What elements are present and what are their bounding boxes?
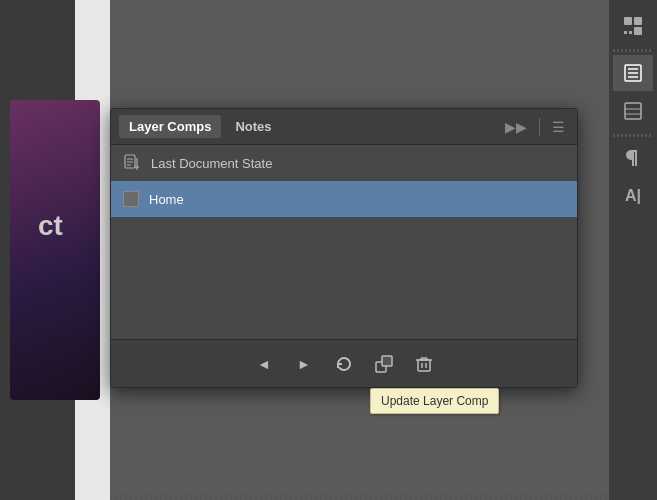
next-comp-button[interactable]: ►: [288, 350, 320, 378]
doc-state-icon: [123, 154, 141, 172]
tab-notes[interactable]: Notes: [225, 115, 281, 138]
list-item-last-doc-state[interactable]: Last Document State: [111, 145, 577, 181]
home-label: Home: [149, 192, 184, 207]
layer-comps-panel: Layer Comps Notes ▶▶ ☰ Last Document Sta…: [110, 108, 578, 388]
svg-rect-20: [418, 360, 430, 371]
bg-card: [10, 100, 100, 400]
delete-comp-button[interactable]: [408, 350, 440, 378]
text-icon[interactable]: A|: [613, 178, 653, 214]
svg-rect-3: [624, 31, 627, 34]
update-layer-comp-tooltip: Update Layer Comp: [370, 388, 499, 414]
tab-layer-comps[interactable]: Layer Comps: [119, 115, 221, 138]
list-item-home[interactable]: Home: [111, 181, 577, 217]
header-separator: [539, 118, 540, 136]
panel-header: Layer Comps Notes ▶▶ ☰: [111, 109, 577, 145]
layers-icon[interactable]: [613, 93, 653, 129]
apply-comp-button[interactable]: [368, 350, 400, 378]
update-comp-button[interactable]: [328, 350, 360, 378]
svg-rect-9: [625, 103, 641, 119]
svg-rect-2: [634, 27, 642, 35]
doc-list-icon[interactable]: [613, 55, 653, 91]
home-thumbnail: [123, 191, 139, 207]
grid-icon[interactable]: [613, 8, 653, 44]
ct-label: ct: [38, 210, 63, 242]
right-sidebar: A|: [609, 0, 657, 500]
last-doc-state-label: Last Document State: [151, 156, 272, 171]
paragraph-icon[interactable]: [613, 140, 653, 176]
forward-arrows-icon[interactable]: ▶▶: [501, 117, 531, 137]
bottom-texture-strip: [110, 494, 610, 500]
prev-comp-button[interactable]: ◄: [248, 350, 280, 378]
svg-rect-1: [634, 17, 642, 25]
sidebar-divider-1: [613, 49, 653, 52]
sidebar-divider-2: [613, 134, 653, 137]
panel-menu-icon[interactable]: ☰: [548, 117, 569, 137]
svg-rect-19: [382, 356, 392, 366]
svg-rect-0: [624, 17, 632, 25]
panel-footer: ◄ ►: [111, 339, 577, 387]
panel-body: Last Document State Home: [111, 145, 577, 339]
svg-rect-4: [629, 31, 632, 34]
